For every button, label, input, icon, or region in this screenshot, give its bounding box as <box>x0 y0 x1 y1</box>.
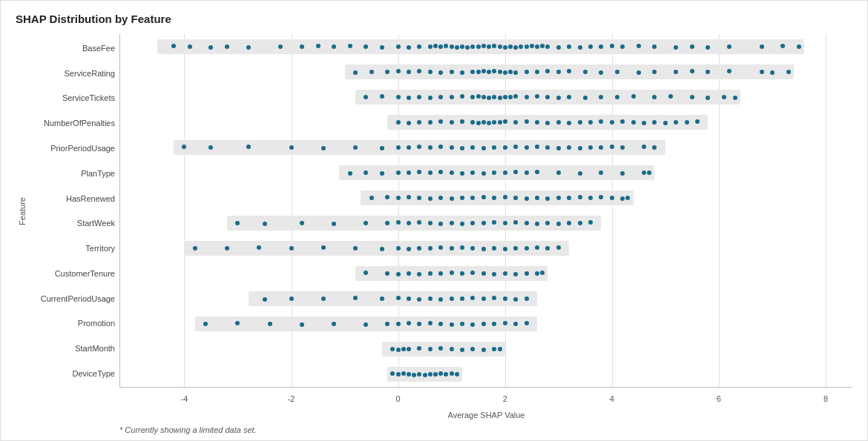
data-dot <box>690 69 694 73</box>
data-dot <box>417 272 421 276</box>
data-dot <box>487 121 491 125</box>
chart-container: SHAP Distribution by Feature Feature Bas… <box>0 0 868 441</box>
data-dot <box>460 271 464 276</box>
data-dot <box>396 170 401 175</box>
data-dot <box>364 95 368 99</box>
data-dot <box>513 45 518 50</box>
data-dot <box>407 372 411 377</box>
data-dot <box>610 120 614 125</box>
data-dot <box>407 170 411 175</box>
data-dot <box>380 146 384 150</box>
data-dot <box>417 120 421 125</box>
data-dot <box>498 96 502 100</box>
data-dot <box>578 171 582 176</box>
data-dot <box>396 69 401 73</box>
data-dot <box>470 322 475 327</box>
data-dot <box>525 145 529 150</box>
data-dot <box>690 95 694 99</box>
y-label: PlanType <box>30 162 115 185</box>
data-dot <box>380 171 384 176</box>
x-tick: 4 <box>610 394 614 403</box>
data-dot <box>545 95 550 99</box>
data-dot <box>492 220 496 225</box>
data-dot <box>470 271 475 275</box>
grid-line <box>612 34 613 387</box>
data-dot <box>513 246 518 251</box>
data-dot <box>428 347 433 351</box>
data-dot <box>396 272 401 276</box>
data-dot <box>503 247 507 251</box>
feature-band <box>382 342 505 357</box>
data-dot <box>396 196 401 200</box>
data-dot <box>407 70 411 74</box>
data-dot <box>620 44 625 49</box>
data-dot <box>380 45 384 50</box>
data-dot <box>321 245 326 250</box>
data-dot <box>492 322 496 326</box>
data-dot <box>620 119 625 124</box>
data-dot <box>188 44 192 49</box>
data-dot <box>407 96 411 100</box>
feature-band <box>339 165 654 180</box>
data-dot <box>460 222 464 226</box>
data-dot <box>428 196 433 201</box>
data-dot <box>567 145 571 150</box>
x-tick: 6 <box>717 394 721 403</box>
data-dot <box>300 221 304 225</box>
data-dot <box>396 95 401 99</box>
data-dot <box>438 322 443 326</box>
data-dot <box>487 44 491 49</box>
data-dot <box>348 44 352 48</box>
data-dot <box>428 70 433 74</box>
data-dot <box>567 221 571 225</box>
data-dot <box>417 246 421 251</box>
y-axis-label: Feature <box>18 197 27 225</box>
data-dot <box>625 196 630 200</box>
data-dot <box>171 44 176 48</box>
y-label: NumberOfPenalties <box>30 112 115 134</box>
data-dot <box>332 322 336 326</box>
grid-line <box>292 34 292 387</box>
y-label: HasRenewed <box>30 188 115 210</box>
data-dot <box>513 94 518 99</box>
data-dot <box>620 145 625 150</box>
data-dot <box>438 196 443 200</box>
data-dot <box>578 221 582 225</box>
data-dot <box>450 95 454 99</box>
data-dot <box>503 321 507 325</box>
y-label: StartMonth <box>30 337 115 359</box>
data-dot <box>263 222 267 226</box>
data-dot <box>481 195 486 199</box>
data-dot <box>727 44 731 49</box>
data-dot <box>332 222 336 226</box>
data-dot <box>417 95 421 99</box>
data-dot <box>438 119 443 124</box>
data-dot <box>599 195 603 199</box>
data-dot <box>588 145 593 150</box>
data-dot <box>513 220 518 225</box>
data-dot <box>396 372 401 377</box>
data-dot <box>428 296 433 301</box>
data-dot <box>492 95 496 99</box>
data-dot <box>460 196 464 200</box>
data-dot <box>364 322 368 327</box>
data-dot <box>492 196 496 200</box>
data-dot <box>460 171 464 176</box>
data-dot <box>610 145 614 149</box>
data-dot <box>450 322 454 327</box>
data-dot <box>642 170 646 175</box>
data-dot <box>423 373 427 377</box>
data-dot <box>668 94 673 99</box>
data-dot <box>540 271 545 275</box>
data-dot <box>321 296 326 301</box>
data-dot <box>433 44 438 48</box>
grid-line <box>398 34 399 387</box>
data-dot <box>246 145 251 149</box>
plot-area: -4-202468 Average SHAP Value <box>119 34 852 388</box>
data-dot <box>780 44 785 48</box>
y-label: DeviceType <box>30 362 115 385</box>
data-dot <box>263 297 267 302</box>
data-dot <box>380 296 384 301</box>
data-dot <box>760 44 764 49</box>
data-dot <box>588 220 593 225</box>
